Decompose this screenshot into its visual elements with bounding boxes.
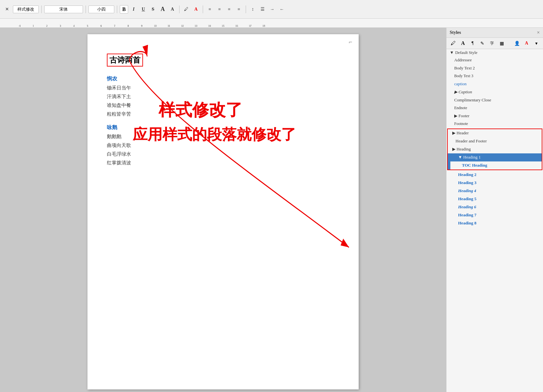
poem1-line-4: 粒粒皆辛苦 (107, 110, 339, 119)
style-dropdown[interactable]: 样式修改 (13, 5, 39, 13)
styles-list[interactable]: ▼ Default Style Addressee Body Text 2 Bo… (446, 49, 543, 392)
styles-user-icon[interactable]: 👤 (513, 39, 521, 47)
font-large-button[interactable]: A (159, 5, 167, 14)
default-style-group[interactable]: ▼ Default Style (446, 49, 543, 56)
align-right-icon[interactable]: ≡ (225, 5, 233, 14)
style-item-heading2[interactable]: Heading 2 (446, 171, 543, 179)
ruler-mark: 5 (81, 24, 94, 27)
strikethrough-button[interactable]: S (149, 5, 157, 14)
align-left-icon[interactable]: ≡ (206, 5, 214, 14)
underline-button[interactable]: U (139, 5, 148, 14)
style-item-heading5[interactable]: Heading 5 (446, 195, 543, 203)
style-item-caption[interactable]: ▶ Caption (446, 88, 543, 96)
styles-panel: Styles × 🖊 A ¶ ✎ 字 ▦ 👤 A ▾ ▼ Default Sty… (446, 28, 543, 392)
line-spacing-icon[interactable]: ↕ (249, 5, 257, 14)
style-item-caption-lower[interactable]: caption (446, 80, 543, 88)
ruler-mark: 18 (257, 24, 271, 27)
separator-4 (179, 5, 179, 13)
ruler-mark: 11 (162, 24, 176, 27)
ruler-mark: 10 (149, 24, 162, 27)
poem1-line-3: 谁知盘中餐 (107, 101, 339, 110)
separator-3 (117, 5, 117, 13)
styles-panel-header: Styles × (446, 28, 543, 38)
ruler-mark: 14 (203, 24, 216, 27)
ruler-mark: 7 (108, 24, 121, 27)
ruler-mark: 6 (94, 24, 108, 27)
ruler-mark: 2 (40, 24, 54, 27)
close-icon[interactable]: ✕ (3, 5, 12, 14)
style-item-bodytext2[interactable]: Body Text 2 (446, 64, 543, 72)
styles-panel-close-button[interactable]: × (537, 30, 540, 36)
style-item-header-footer[interactable]: ▶ Header (448, 129, 542, 137)
toolbar: ✕ 样式修改 宋体 小四 B I U S A A 🖊 A ≡ ≡ ≡ ≡ ↕ ☰… (0, 0, 543, 19)
styles-font-color-icon[interactable]: A (522, 39, 531, 47)
style-item-heading7[interactable]: Heading 7 (446, 211, 543, 219)
font-small-button[interactable]: A (168, 5, 177, 14)
poem1-line-1: 锄禾日当午 (107, 84, 339, 92)
list-icon[interactable]: ☰ (258, 5, 267, 14)
style-item-footer[interactable]: ▶ Footer (446, 112, 543, 120)
font-color-icon[interactable]: A (192, 5, 200, 14)
main-area: ⌐ 古诗两首 悯农 锄禾日当午 汗滴禾下土 谁知盘中餐 粒粒皆辛苦 咏鹅 鹅鹅鹅… (0, 28, 543, 392)
poem2-line-4: 红掌拨清波 (107, 159, 339, 167)
poem2-line-1: 鹅鹅鹅 (107, 132, 339, 141)
scroll-indicator (448, 153, 450, 170)
document-page[interactable]: ⌐ 古诗两首 悯农 锄禾日当午 汗滴禾下土 谁知盘中餐 粒粒皆辛苦 咏鹅 鹅鹅鹅… (87, 34, 359, 389)
ruler-mark: 3 (54, 24, 67, 27)
styles-toolbar: 🖊 A ¶ ✎ 字 ▦ 👤 A ▾ (446, 38, 543, 49)
styles-new-icon[interactable]: 🖊 (449, 39, 457, 47)
separator-6 (246, 5, 246, 13)
default-style-arrow: ▼ (450, 50, 454, 55)
align-justify-icon[interactable]: ≡ (235, 5, 243, 14)
align-center-icon[interactable]: ≡ (215, 5, 224, 14)
styles-table-icon[interactable]: ▦ (497, 39, 506, 47)
separator-5 (203, 5, 203, 13)
styles-more-icon[interactable]: ▾ (532, 39, 540, 47)
italic-button[interactable]: I (129, 5, 138, 14)
page-corner-mark: ⌐ (349, 39, 352, 46)
style-item-bodytext3[interactable]: Body Text 3 (446, 72, 543, 80)
ruler-mark: 4 (67, 24, 81, 27)
styles-para-icon[interactable]: ¶ (468, 39, 477, 47)
ruler-mark: 1 (26, 24, 40, 27)
style-item-endnote[interactable]: Endnote (446, 104, 543, 112)
poem2-line-2: 曲项向天歌 (107, 141, 339, 150)
style-item-heading3[interactable]: Heading 3 (446, 179, 543, 187)
style-item-heading1[interactable]: ▼ Heading 1 (450, 153, 542, 161)
style-item-toc-heading[interactable]: TOC Heading (450, 161, 542, 170)
poem1-line-2: 汗滴禾下土 (107, 92, 339, 101)
style-item-heading4[interactable]: Heading 4 (446, 187, 543, 195)
ruler-mark: -1 (13, 24, 26, 27)
document-title: 古诗两首 (107, 54, 143, 67)
style-item-footnote[interactable]: Footnote (446, 120, 543, 128)
indent-icon[interactable]: → (268, 5, 276, 14)
ruler-mark: 9 (135, 24, 149, 27)
poem1-title: 悯农 (107, 76, 339, 82)
style-item-heading6[interactable]: Heading 6 (446, 203, 543, 211)
style-item-header-and-footer[interactable]: Header and Footer (448, 137, 542, 145)
default-style-label: Default Style (455, 50, 477, 55)
ruler: -1 1 2 3 4 5 6 7 8 9 10 11 12 13 14 15 1… (0, 19, 543, 28)
poem2-line-3: 白毛浮绿水 (107, 150, 339, 159)
ruler-marks: -1 1 2 3 4 5 6 7 8 9 10 11 12 13 14 15 1… (13, 19, 271, 27)
styles-panel-title: Styles (450, 30, 461, 35)
styles-edit-icon[interactable]: ✎ (478, 39, 487, 47)
ruler-mark: 17 (243, 24, 257, 27)
separator-2 (86, 5, 86, 13)
styles-char-icon[interactable]: 字 (488, 39, 496, 47)
styles-heading-section: ▶ Header Header and Footer ▶ Heading ▼ H… (447, 129, 542, 170)
style-item-heading8[interactable]: Heading 8 (446, 219, 543, 227)
font-size-dropdown[interactable]: 小四 (88, 5, 114, 13)
ruler-mark: 13 (189, 24, 203, 27)
highlight-icon[interactable]: 🖊 (182, 5, 190, 14)
style-item-addressee[interactable]: Addressee (446, 56, 543, 64)
outdent-icon[interactable]: ← (278, 5, 286, 14)
document-area[interactable]: ⌐ 古诗两首 悯农 锄禾日当午 汗滴禾下土 谁知盘中餐 粒粒皆辛苦 咏鹅 鹅鹅鹅… (0, 28, 446, 392)
style-item-complimentary[interactable]: Complimentary Close (446, 96, 543, 104)
style-item-heading-group[interactable]: ▶ Heading (448, 145, 542, 153)
styles-text-icon[interactable]: A (459, 39, 467, 47)
ruler-mark: 12 (176, 24, 189, 27)
poem2-title: 咏鹅 (107, 124, 339, 131)
bold-button[interactable]: B (120, 5, 128, 14)
font-dropdown[interactable]: 宋体 (44, 5, 83, 13)
